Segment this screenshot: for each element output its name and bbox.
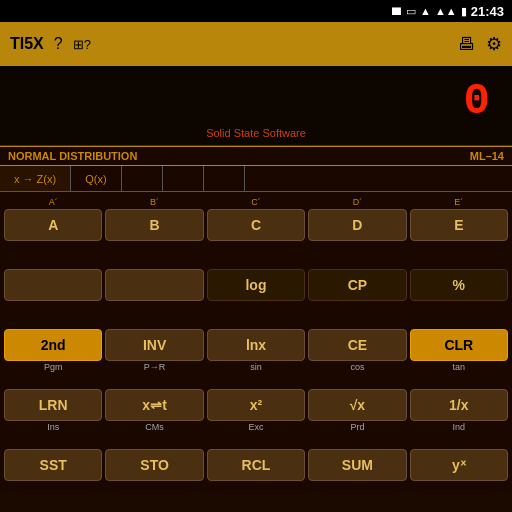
key-btn-text-1: B bbox=[150, 217, 160, 233]
key-bottom-label-19: Ind bbox=[453, 422, 466, 433]
key-cell-9[interactable]: % bbox=[410, 256, 508, 313]
key-cell-8[interactable]: CP bbox=[308, 256, 406, 313]
key-btn-text-15: LRN bbox=[39, 397, 68, 413]
battery-outline-icon: ▭ bbox=[406, 5, 416, 18]
display-number: 0 bbox=[464, 76, 492, 126]
tab-x-to-z[interactable]: x → Z(x) bbox=[0, 166, 71, 191]
key-cell-20[interactable]: SST bbox=[4, 436, 102, 493]
key-bottom-label-17: Exc bbox=[248, 422, 263, 433]
key-cell-15[interactable]: LRNIns bbox=[4, 376, 102, 433]
key-btn-text-18: √x bbox=[350, 397, 365, 413]
key-btn-19[interactable]: 1/x bbox=[410, 389, 508, 421]
key-cell-1[interactable]: B´B bbox=[105, 196, 203, 253]
key-cell-18[interactable]: √xPrd bbox=[308, 376, 406, 433]
key-btn-text-7: log bbox=[245, 277, 266, 293]
key-cell-24[interactable]: yˣ bbox=[410, 436, 508, 493]
key-btn-text-3: D bbox=[352, 217, 362, 233]
key-btn-1[interactable]: B bbox=[105, 209, 203, 241]
modules-icon[interactable]: ⊞? bbox=[73, 37, 91, 52]
key-top-label-4: E´ bbox=[454, 196, 463, 208]
key-cell-10[interactable]: 2ndPgm bbox=[4, 316, 102, 373]
app-title: TI5X bbox=[10, 35, 44, 53]
key-btn-3[interactable]: D bbox=[308, 209, 406, 241]
key-cell-4[interactable]: E´E bbox=[410, 196, 508, 253]
key-cell-2[interactable]: C´C bbox=[207, 196, 305, 253]
key-cell-22[interactable]: RCL bbox=[207, 436, 305, 493]
key-cell-13[interactable]: CEcos bbox=[308, 316, 406, 373]
key-bottom-label-10: Pgm bbox=[44, 362, 63, 373]
tab-5[interactable] bbox=[204, 166, 245, 191]
key-btn-17[interactable]: x² bbox=[207, 389, 305, 421]
mode-ml: ML–14 bbox=[470, 150, 504, 162]
key-top-label-2: C´ bbox=[251, 196, 261, 208]
mode-label: NORMAL DISTRIBUTION bbox=[8, 150, 470, 162]
key-btn-text-19: 1/x bbox=[449, 397, 468, 413]
key-bottom-label-12: sin bbox=[250, 362, 262, 373]
key-bottom-label-15: Ins bbox=[47, 422, 59, 433]
wifi-icon: ▲ bbox=[420, 5, 431, 17]
battery-icon: ▮ bbox=[461, 5, 467, 18]
help-icon[interactable]: ? bbox=[54, 35, 63, 53]
tab-row[interactable]: x → Z(x) Q(x) bbox=[0, 166, 512, 192]
key-btn-9[interactable]: % bbox=[410, 269, 508, 301]
key-btn-18[interactable]: √x bbox=[308, 389, 406, 421]
tab-4[interactable] bbox=[163, 166, 204, 191]
key-top-label-0: A´ bbox=[49, 196, 58, 208]
title-bar: TI5X ? ⊞? 🖶 ⚙ bbox=[0, 22, 512, 66]
key-bottom-label-11: P→R bbox=[144, 362, 166, 373]
key-btn-4[interactable]: E bbox=[410, 209, 508, 241]
key-btn-text-2: C bbox=[251, 217, 261, 233]
key-top-label-3: D´ bbox=[353, 196, 363, 208]
key-btn-23[interactable]: SUM bbox=[308, 449, 406, 481]
tab-qx[interactable]: Q(x) bbox=[71, 166, 121, 191]
key-cell-11[interactable]: INVP→R bbox=[105, 316, 203, 373]
key-btn-14[interactable]: CLR bbox=[410, 329, 508, 361]
signal-icon: ▲▲ bbox=[435, 5, 457, 17]
key-btn-21[interactable]: STO bbox=[105, 449, 203, 481]
key-cell-7[interactable]: log bbox=[207, 256, 305, 313]
key-cell-16[interactable]: x⇌tCMs bbox=[105, 376, 203, 433]
key-btn-0[interactable]: A bbox=[4, 209, 102, 241]
key-btn-13[interactable]: CE bbox=[308, 329, 406, 361]
key-btn-22[interactable]: RCL bbox=[207, 449, 305, 481]
status-icons: ⯀ ▭ ▲ ▲▲ ▮ 21:43 bbox=[391, 4, 504, 19]
key-btn-15[interactable]: LRN bbox=[4, 389, 102, 421]
key-btn-5[interactable] bbox=[4, 269, 102, 301]
key-cell-12[interactable]: lnxsin bbox=[207, 316, 305, 373]
tab-3[interactable] bbox=[122, 166, 163, 191]
key-cell-6[interactable] bbox=[105, 256, 203, 313]
key-cell-14[interactable]: CLRtan bbox=[410, 316, 508, 373]
key-btn-text-24: yˣ bbox=[452, 457, 466, 473]
print-icon[interactable]: 🖶 bbox=[458, 34, 476, 55]
status-bar: ⯀ ▭ ▲ ▲▲ ▮ 21:43 bbox=[0, 0, 512, 22]
key-btn-7[interactable]: log bbox=[207, 269, 305, 301]
key-cell-17[interactable]: x²Exc bbox=[207, 376, 305, 433]
key-btn-10[interactable]: 2nd bbox=[4, 329, 102, 361]
key-cell-5[interactable] bbox=[4, 256, 102, 313]
key-btn-20[interactable]: SST bbox=[4, 449, 102, 481]
key-btn-text-14: CLR bbox=[444, 337, 473, 353]
key-btn-text-21: STO bbox=[140, 457, 169, 473]
status-time: 21:43 bbox=[471, 4, 504, 19]
key-bottom-label-13: cos bbox=[350, 362, 364, 373]
key-btn-16[interactable]: x⇌t bbox=[105, 389, 203, 421]
display-brand: Solid State Software bbox=[206, 127, 306, 139]
key-cell-3[interactable]: D´D bbox=[308, 196, 406, 253]
key-btn-6[interactable] bbox=[105, 269, 203, 301]
key-btn-text-22: RCL bbox=[242, 457, 271, 473]
key-btn-text-23: SUM bbox=[342, 457, 373, 473]
key-cell-0[interactable]: A´A bbox=[4, 196, 102, 253]
key-cell-21[interactable]: STO bbox=[105, 436, 203, 493]
gear-icon[interactable]: ⚙ bbox=[486, 33, 502, 55]
key-btn-12[interactable]: lnx bbox=[207, 329, 305, 361]
key-btn-text-17: x² bbox=[250, 397, 262, 413]
display-area: 0 Solid State Software bbox=[0, 66, 512, 146]
key-cell-23[interactable]: SUM bbox=[308, 436, 406, 493]
bluetooth-icon: ⯀ bbox=[391, 5, 402, 17]
key-btn-8[interactable]: CP bbox=[308, 269, 406, 301]
key-btn-2[interactable]: C bbox=[207, 209, 305, 241]
key-btn-11[interactable]: INV bbox=[105, 329, 203, 361]
key-btn-text-9: % bbox=[453, 277, 465, 293]
key-cell-19[interactable]: 1/xInd bbox=[410, 376, 508, 433]
key-btn-24[interactable]: yˣ bbox=[410, 449, 508, 481]
